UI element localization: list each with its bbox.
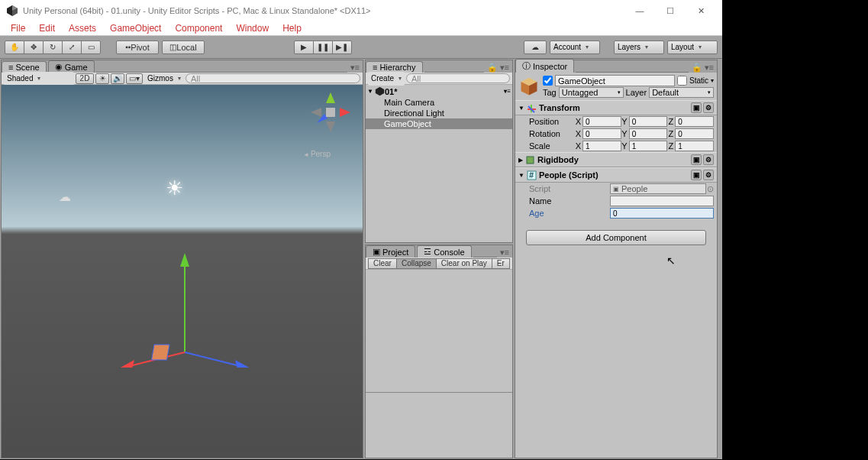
menu-component[interactable]: Component	[169, 21, 228, 35]
menu-edit[interactable]: Edit	[33, 21, 61, 35]
pivot-button[interactable]: ▪▪ Pivot	[116, 40, 159, 54]
tab-console[interactable]: ☲ Console	[417, 245, 471, 258]
pause-button[interactable]: ❚❚	[313, 40, 333, 54]
script-label: Script	[529, 184, 575, 193]
scale-z-input[interactable]	[675, 141, 714, 151]
age-label: Age	[529, 209, 575, 218]
hierarchy-tree[interactable]: ▼ 01* ▾≡ Main Camera Directional Light G…	[366, 85, 512, 242]
move-tool-button[interactable]: ✥	[24, 40, 44, 54]
account-dropdown[interactable]: Account	[550, 40, 600, 54]
help-icon[interactable]: ▣	[691, 102, 702, 113]
tag-dropdown[interactable]: Untagged	[559, 87, 624, 98]
shaded-dropdown[interactable]: Shaded	[4, 72, 74, 86]
rigidbody-header[interactable]: ▶ Rigidbody ▣⚙	[515, 152, 717, 167]
position-y-input[interactable]	[629, 116, 668, 127]
people-header[interactable]: ▼ # People (Script) ▣⚙	[515, 167, 717, 183]
inspector-lock-icon[interactable]: 🔒 ▾≡	[689, 63, 717, 73]
gear-icon[interactable]: ⚙	[703, 102, 714, 113]
error-pause-button[interactable]: Er	[492, 258, 510, 269]
play-controls: ▶ ❚❚ ▶❚	[294, 40, 352, 54]
collapse-button[interactable]: Collapse	[396, 258, 437, 269]
move-gizmo[interactable]	[108, 215, 261, 368]
age-input[interactable]	[610, 208, 714, 219]
step-button[interactable]: ▶❚	[332, 40, 352, 54]
panel-menu-icon[interactable]: ▾≡	[347, 63, 363, 73]
scale-x-input[interactable]	[582, 141, 621, 151]
svg-rect-8	[326, 108, 335, 117]
console-menu-icon[interactable]: ▾≡	[497, 248, 512, 258]
menu-file[interactable]: File	[5, 21, 31, 35]
name-label: Name	[529, 196, 575, 206]
clear-on-play-button[interactable]: Clear on Play	[436, 258, 492, 269]
window-title: Unity Personal (64bit) - 01.unity - Unit…	[23, 6, 371, 15]
add-component-button[interactable]: Add Component	[526, 230, 706, 245]
2d-toggle[interactable]: 2D	[76, 73, 94, 84]
clear-button[interactable]: Clear	[368, 258, 397, 269]
gameobject-enabled-checkbox[interactable]	[543, 76, 553, 86]
help-icon[interactable]: ▣	[691, 154, 702, 165]
tab-project[interactable]: ▣ Project	[366, 245, 415, 258]
position-x-input[interactable]	[582, 116, 621, 127]
position-label: Position	[529, 117, 575, 126]
play-button[interactable]: ▶	[294, 40, 314, 54]
name-input[interactable]	[610, 196, 714, 206]
hierarchy-panel: ≡ Hierarchy 🔒 ▾≡ Create All ▼ 01* ▾≡ Mai…	[365, 60, 513, 243]
tab-hierarchy[interactable]: ≡ Hierarchy	[366, 61, 423, 73]
menu-help[interactable]: Help	[276, 21, 308, 35]
create-dropdown[interactable]: Create	[368, 72, 405, 86]
hierarchy-scene-row[interactable]: ▼ 01* ▾≡	[366, 86, 512, 97]
script-field[interactable]: People	[610, 183, 706, 194]
static-checkbox[interactable]	[677, 76, 687, 86]
rotate-tool-button[interactable]: ↻	[43, 40, 63, 54]
tab-game[interactable]: ◉ Game	[48, 60, 95, 73]
position-z-input[interactable]	[675, 116, 714, 127]
tab-scene[interactable]: ≡ Scene	[2, 61, 47, 73]
hand-tool-button[interactable]: ✋	[5, 40, 24, 54]
tag-label: Tag	[543, 88, 557, 97]
cursor-icon: ↖	[666, 254, 676, 267]
gear-icon[interactable]: ⚙	[703, 154, 714, 165]
menu-assets[interactable]: Assets	[63, 21, 102, 35]
svg-text:#: #	[529, 170, 534, 180]
console-body[interactable]	[366, 270, 512, 458]
svg-marker-4	[340, 108, 350, 117]
scale-tool-button[interactable]: ⤢	[62, 40, 82, 54]
close-button[interactable]: ✕	[686, 0, 716, 21]
maximize-button[interactable]: ☐	[655, 0, 686, 21]
cloud-button[interactable]: ☁	[524, 40, 547, 54]
svg-marker-16	[376, 87, 384, 96]
help-icon[interactable]: ▣	[691, 170, 702, 180]
layout-dropdown[interactable]: Layout	[667, 40, 718, 54]
scale-y-input[interactable]	[629, 141, 668, 151]
hierarchy-item[interactable]: Main Camera	[366, 97, 512, 108]
hierarchy-item[interactable]: GameObject	[366, 118, 512, 129]
hierarchy-lock-icon[interactable]: 🔒 ▾≡	[484, 63, 512, 73]
hierarchy-search[interactable]: All	[406, 73, 510, 83]
menu-gameobject[interactable]: GameObject	[104, 21, 167, 35]
fx-toggle[interactable]: ▭▾	[126, 73, 143, 84]
scene-toolbar: Shaded 2D ☀ 🔊 ▭▾ Gizmos All	[2, 73, 363, 85]
rotation-y-input[interactable]	[629, 128, 668, 139]
layer-dropdown[interactable]: Default	[649, 87, 714, 98]
scene-viewport[interactable]: Persp ☀ ☁	[2, 85, 363, 458]
transform-header[interactable]: ▼ Transform ▣⚙	[515, 100, 717, 115]
layers-dropdown[interactable]: Layers	[614, 40, 664, 54]
light-gizmo-icon: ☀	[166, 177, 183, 200]
gizmos-dropdown[interactable]: Gizmos	[144, 73, 184, 84]
rotation-x-input[interactable]	[582, 128, 621, 139]
light-toggle[interactable]: ☀	[95, 73, 109, 84]
menu-window[interactable]: Window	[230, 21, 275, 35]
orientation-gizmo[interactable]	[308, 89, 353, 135]
scene-search[interactable]: All	[186, 73, 360, 83]
tab-inspector[interactable]: ⓘ Inspector	[515, 59, 574, 73]
audio-toggle[interactable]: 🔊	[111, 73, 124, 84]
gear-icon[interactable]: ⚙	[703, 170, 714, 180]
transform-icon	[527, 103, 537, 113]
local-button[interactable]: ◫ Local	[162, 40, 205, 54]
hierarchy-item[interactable]: Directional Light	[366, 108, 512, 118]
rotation-z-input[interactable]	[675, 128, 714, 139]
minimize-button[interactable]: —	[624, 0, 655, 21]
gameobject-name-input[interactable]	[555, 75, 675, 86]
rect-tool-button[interactable]: ▭	[81, 40, 101, 54]
svg-marker-3	[326, 92, 335, 103]
